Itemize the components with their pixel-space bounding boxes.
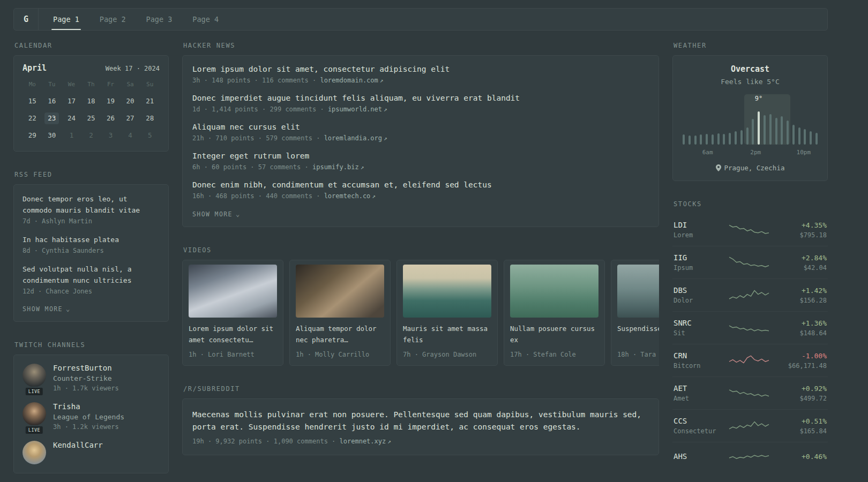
twitch-channel[interactable]: LIVE Trisha League of Legends 3h · 1.2k … — [23, 402, 160, 431]
hn-story-source-link[interactable]: loremlandia.org — [324, 134, 382, 142]
video-title[interactable]: Lorem ipsum dolor sit amet consectetu… — [189, 323, 277, 346]
stock-sparkline — [728, 385, 770, 401]
stock-symbol: CRN — [674, 351, 723, 360]
hn-show-more-button[interactable]: SHOW MORE ⌄ — [192, 210, 241, 218]
stock-symbol: IIG — [674, 253, 723, 262]
rss-item-title[interactable]: In hac habitasse platea — [23, 234, 160, 245]
video-thumbnail[interactable] — [510, 265, 598, 318]
tab-page-4[interactable]: Page 4 — [182, 9, 229, 30]
weather-bar — [804, 129, 806, 145]
twitch-channel[interactable]: KendallCarr — [23, 441, 160, 464]
weather-bar — [700, 134, 702, 145]
hn-story-title[interactable]: Aliquam nec cursus elit — [192, 123, 649, 131]
calendar-day: 29 — [23, 130, 42, 141]
stock-name: Consectetur — [674, 427, 723, 435]
calendar-day-next-month: 1 — [62, 130, 81, 141]
hn-story-title[interactable]: Donec imperdiet augue tincidunt felis al… — [192, 94, 649, 102]
left-column: CALENDAR April Week 17 · 2024 Mo Tu We T… — [13, 42, 169, 473]
weather-time-label: 2pm — [750, 149, 761, 156]
weather-bar — [694, 135, 697, 145]
hn-story: Aliquam nec cursus elit 21h · 710 points… — [192, 123, 649, 142]
video-title[interactable]: Mauris sit amet massa felis — [403, 323, 491, 346]
stock-row[interactable]: CRN Bitcorn -1.00% $66,171.48 — [672, 344, 828, 376]
stock-change: +0.92% — [775, 385, 827, 393]
stock-row[interactable]: AET Amet +0.92% $499.72 — [672, 376, 828, 409]
stock-symbol: AHS — [674, 452, 723, 461]
live-badge: LIVE — [25, 425, 44, 435]
calendar-widget: April Week 17 · 2024 Mo Tu We Th Fr Sa S… — [13, 55, 169, 152]
video-thumbnail[interactable] — [403, 265, 491, 318]
stock-name: Bitcorn — [674, 362, 723, 370]
calendar-dow: Fr — [101, 81, 121, 90]
stock-sparkline — [728, 352, 770, 368]
rss-show-more-button[interactable]: SHOW MORE ⌄ — [23, 305, 71, 313]
video-title[interactable]: Nullam posuere cursus ex — [510, 323, 598, 346]
hn-story-title[interactable]: Donec enim nibh, condimentum et accumsan… — [192, 180, 649, 189]
rss-item-title[interactable]: Sed volutpat nulla nisl, a condimentum n… — [23, 263, 160, 286]
rss-item: Sed volutpat nulla nisl, a condimentum n… — [23, 263, 160, 295]
chevron-down-icon: ⌄ — [236, 211, 241, 217]
stock-name: Amet — [674, 395, 723, 402]
stock-symbol: DBS — [674, 286, 723, 295]
external-link-icon: ↗ — [361, 164, 364, 171]
stock-row[interactable]: DBS Dolor +1.42% $156.28 — [672, 278, 828, 311]
channel-name[interactable]: ForrestBurton — [53, 364, 119, 372]
tab-page-3[interactable]: Page 3 — [136, 9, 183, 30]
video-card: Aliquam tempor dolor nec pharetra… 1h · … — [289, 260, 391, 366]
hn-story-source-link[interactable]: ipsumify.biz — [312, 163, 359, 171]
hn-story-source-link[interactable]: ipsumworld.net — [328, 106, 382, 113]
avatar-wrap — [23, 441, 46, 464]
hn-story-title[interactable]: Integer eget rutrum lorem — [192, 152, 649, 160]
section-header-twitch: TWITCH CHANNELS — [14, 341, 169, 349]
tab-page-2[interactable]: Page 2 — [89, 9, 136, 30]
calendar-day: 21 — [140, 95, 160, 107]
twitch-widget: LIVE ForrestBurton Counter-Strike 1h · 1… — [13, 355, 169, 473]
video-thumbnail[interactable] — [189, 265, 277, 318]
hn-story: Donec enim nibh, condimentum et accumsan… — [192, 180, 649, 200]
weather-bar — [752, 119, 754, 145]
hn-story-title[interactable]: Lorem ipsum dolor sit amet, consectetur … — [192, 65, 649, 73]
dashboard: G Page 1 Page 2 Page 3 Page 4 CALENDAR A… — [0, 0, 868, 482]
stock-price: $795.18 — [775, 231, 827, 239]
stock-row[interactable]: CCS Consectetur +0.51% $165.84 — [672, 409, 828, 442]
rss-item-title[interactable]: Donec tempor eros leo, ut commodo mauris… — [23, 193, 160, 216]
video-title[interactable]: Aliquam tempor dolor nec pharetra… — [296, 323, 384, 346]
stock-row[interactable]: LDI Lorem +4.35% $795.18 — [672, 214, 828, 246]
stock-row[interactable]: SNRC Sit +1.36% $148.64 — [672, 311, 828, 344]
stock-row[interactable]: IIG Ipsum +2.84% $42.04 — [672, 246, 828, 278]
twitch-channel[interactable]: LIVE ForrestBurton Counter-Strike 1h · 1… — [23, 364, 160, 392]
weather-feels-like: Feels like 5°C — [682, 78, 819, 86]
channel-name[interactable]: Trisha — [53, 402, 124, 411]
hn-story-source-link[interactable]: loremtech.co — [324, 192, 371, 200]
stock-change: +1.42% — [775, 287, 827, 295]
weather-condition: Overcast — [682, 64, 819, 74]
app-logo[interactable]: G — [14, 9, 39, 30]
tab-page-1[interactable]: Page 1 — [43, 9, 89, 30]
stock-name: Sit — [674, 329, 723, 337]
external-link-icon: ↗ — [384, 106, 387, 113]
videos-row: Lorem ipsum dolor sit amet consectetu… 1… — [182, 260, 659, 366]
video-thumbnail[interactable] — [617, 265, 659, 318]
avatar-wrap: LIVE — [23, 402, 46, 431]
section-header-rss: RSS FEED — [14, 171, 169, 178]
stock-sparkline — [728, 449, 770, 465]
video-thumbnail[interactable] — [296, 265, 384, 318]
stock-sparkline — [728, 222, 770, 238]
reddit-post-title[interactable]: Maecenas mollis pulvinar erat non posuer… — [192, 409, 649, 434]
reddit-post-source-link[interactable]: loremnet.xyz — [340, 438, 386, 445]
stock-change: +0.51% — [775, 417, 827, 425]
calendar-dow: Mo — [23, 81, 42, 90]
channel-name[interactable]: KendallCarr — [53, 441, 103, 449]
calendar-day: 25 — [81, 112, 101, 124]
hn-story-meta: 3h · 148 points · 116 comments · loremdo… — [192, 77, 649, 84]
stock-change: +4.35% — [775, 221, 827, 229]
video-title[interactable]: Suspendisse diam — [617, 323, 659, 346]
stock-sparkline — [728, 320, 770, 336]
stock-row[interactable]: AHS +0.46% — [672, 442, 828, 472]
stock-name: Dolor — [674, 297, 723, 304]
stock-symbol: AET — [674, 384, 723, 393]
hn-story-source-link[interactable]: loremdomain.com — [320, 77, 378, 84]
weather-bar — [689, 135, 691, 145]
avatar-wrap: LIVE — [23, 364, 46, 392]
calendar-dow: Sa — [121, 81, 140, 90]
